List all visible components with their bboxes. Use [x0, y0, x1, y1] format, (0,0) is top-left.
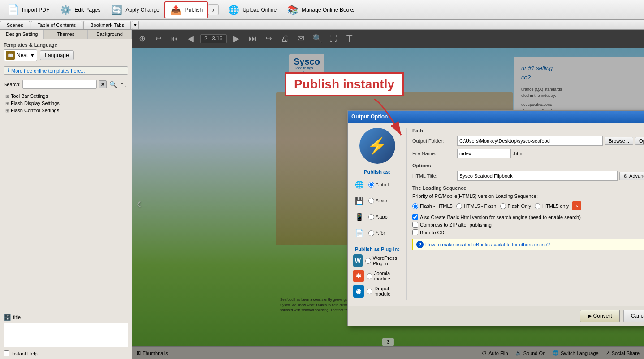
html-title-label: HTML Title: — [412, 173, 457, 179]
tree-item-toolbar-settings[interactable]: ⊞ Tool Bar Settings — [4, 92, 128, 100]
html5-only-radio[interactable] — [535, 203, 540, 209]
burn-cd-checkbox-row[interactable]: Burn to CD — [412, 229, 644, 235]
html-radio[interactable] — [368, 182, 374, 188]
advanced-button[interactable]: ⚙ Advanced — [619, 172, 644, 180]
file-name-label: File Name: — [412, 151, 457, 156]
cancel-button[interactable]: Cancel — [623, 310, 644, 322]
flash-only-option[interactable]: Flash Only — [500, 203, 532, 209]
fbr-icon: 📄 — [353, 227, 366, 239]
exe-radio[interactable] — [368, 198, 374, 204]
wordpress-radio[interactable] — [365, 258, 371, 264]
basic-html-checkbox[interactable] — [412, 214, 418, 220]
modal-footer: ▶ Convert Cancel — [348, 306, 644, 326]
language-button[interactable]: Language — [40, 50, 73, 60]
basic-html-checkbox-row[interactable]: Also Create Basic Html version for searc… — [412, 214, 644, 220]
template-name: Neat — [17, 52, 28, 58]
html5-flash-radio[interactable] — [456, 203, 462, 209]
search-clear-button[interactable]: ✕ — [99, 80, 107, 88]
upload-online-button[interactable]: 🌐 Upload Online — [222, 1, 281, 18]
tab-dropdown-button[interactable]: ▼ — [132, 21, 139, 29]
options-label: Options — [412, 163, 644, 168]
expand-icon: ⊞ — [5, 108, 9, 113]
wordpress-icon: W — [353, 254, 363, 267]
content-area: ⊕ ↩ ⏮ ◀ 2 - 3/16 ▶ ⏭ ↪ 🖨 ✉ 🔍 ⛶ T Sysco G… — [132, 30, 644, 359]
flash-html5-radio[interactable] — [412, 203, 418, 209]
flash-only-radio[interactable] — [500, 203, 506, 209]
publish-html-option: 🌐 *.html — [353, 178, 401, 191]
manage-online-books-button[interactable]: 📚 Manage Online Books — [281, 1, 359, 18]
upload-online-icon: 🌐 — [227, 4, 240, 16]
html5-only-option[interactable]: HTML5 only — [535, 203, 569, 209]
publish-plugin-label: Publish as Plug-in: — [355, 246, 399, 252]
expand-icon: ⊞ — [5, 101, 9, 106]
flash-html5-option[interactable]: Flash - HTML5 — [412, 203, 453, 209]
html5-flash-option[interactable]: HTML5 - Flash — [456, 203, 497, 209]
app-radio[interactable] — [368, 214, 374, 220]
search-icon-1[interactable]: 🔍 — [108, 80, 117, 89]
exe-radio-label[interactable]: *.exe — [368, 198, 387, 204]
joomla-icon: ✱ — [353, 270, 364, 282]
more-templates-link[interactable]: ℹ More free online templates here... — [4, 66, 128, 75]
more-toolbar-button[interactable]: › — [208, 4, 219, 15]
path-section: Path Output Folder: Browse... Open File … — [412, 128, 644, 158]
manage-books-icon: 📚 — [286, 4, 299, 16]
annotation-container: Publish instantly — [285, 72, 404, 96]
tree-item-flash-display[interactable]: ⊞ Flash Display Settings — [4, 100, 128, 107]
wordpress-radio-label[interactable]: WordPress Plug-in — [365, 255, 401, 266]
convert-button[interactable]: ▶ Convert — [580, 310, 620, 322]
drupal-radio-label[interactable]: Drupal module — [367, 286, 401, 297]
tab-scenes[interactable]: Scenes — [0, 21, 30, 29]
tab-bookmark-tabs[interactable]: Bookmark Tabs — [83, 21, 131, 29]
instant-help-check[interactable] — [4, 350, 9, 356]
publish-button[interactable]: 📤 Publish — [164, 1, 208, 18]
tab-table-of-contents[interactable]: Table of Contents — [31, 21, 83, 29]
fbr-radio[interactable] — [368, 230, 374, 236]
sidebar-tab-design-setting[interactable]: Design Setting — [0, 30, 44, 39]
search-input[interactable] — [22, 80, 97, 89]
wordpress-option: W WordPress Plug-in — [353, 254, 401, 267]
template-dropdown[interactable]: 📖 Neat ▼ — [4, 49, 37, 61]
joomla-radio[interactable] — [367, 273, 372, 279]
sidebar-tab-background[interactable]: Background — [88, 30, 132, 39]
loading-sequence-section: The Loading Sequence Priority of PC/Mobi… — [412, 185, 644, 250]
search-icon-2[interactable]: ↑↓ — [119, 80, 128, 89]
fbr-radio-label[interactable]: *.fbr — [368, 230, 385, 236]
html-radio-label[interactable]: *.html — [368, 182, 389, 188]
title-textarea[interactable] — [4, 323, 128, 347]
sidebar: Design Setting Themes Background Templat… — [0, 30, 132, 359]
app-radio-label[interactable]: *.app — [368, 214, 388, 220]
templates-language-section: Templates & Language 📖 Neat ▼ Language — [0, 39, 132, 66]
apply-change-button[interactable]: 🔄 Apply Change — [105, 1, 164, 18]
help-link[interactable]: ? How to make created eBooks available f… — [412, 239, 644, 250]
template-icon: 📖 — [6, 51, 15, 60]
path-label: Path — [412, 128, 644, 133]
compress-zip-checkbox[interactable] — [412, 222, 418, 228]
compress-zip-checkbox-row[interactable]: Compress to ZIP after publishing — [412, 222, 644, 228]
tree-item-flash-control[interactable]: ⊞ Flash Control Settings — [4, 107, 128, 114]
modal-body: ⚡ Publish as: 🌐 *.html 💾 — [348, 123, 644, 306]
file-name-input[interactable] — [457, 149, 511, 158]
title-section-label: 🗄️ title — [4, 314, 128, 321]
templates-language-label: Templates & Language — [4, 42, 128, 48]
instant-help-checkbox[interactable]: Instant Help — [4, 350, 128, 356]
annotation-arrow — [365, 95, 432, 149]
tab-bar: Scenes Table of Contents Bookmark Tabs ▼ — [0, 20, 644, 30]
output-folder-input[interactable] — [457, 136, 603, 146]
browse-button[interactable]: Browse... — [605, 137, 633, 145]
search-row: Search: ✕ 🔍 ↑↓ — [0, 78, 132, 91]
import-pdf-button[interactable]: 📄 Import PDF — [2, 1, 54, 18]
joomla-radio-label[interactable]: Joomla module — [367, 271, 401, 281]
expand-icon: ⊞ — [5, 94, 9, 99]
drupal-radio[interactable] — [367, 289, 372, 294]
help-icon: ? — [416, 241, 424, 248]
sidebar-tab-themes[interactable]: Themes — [44, 30, 88, 39]
tree-items: ⊞ Tool Bar Settings ⊞ Flash Display Sett… — [0, 91, 132, 116]
publish-app-option: 📱 *.app — [353, 210, 401, 223]
burn-cd-checkbox[interactable] — [412, 229, 418, 235]
edit-pages-button[interactable]: ⚙️ Edit Pages — [54, 1, 105, 18]
open-button[interactable]: Open — [635, 137, 644, 145]
main-toolbar: 📄 Import PDF ⚙️ Edit Pages 🔄 Apply Chang… — [0, 0, 644, 20]
title-icon: 🗄️ — [4, 314, 11, 321]
html-title-input[interactable] — [457, 171, 618, 181]
main-area: Design Setting Themes Background Templat… — [0, 30, 644, 359]
